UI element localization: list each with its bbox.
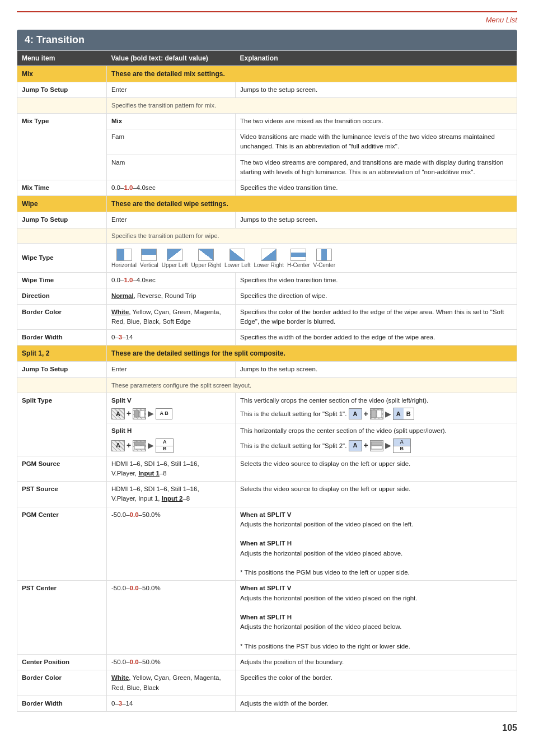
cell-explanation: Video transitions are made with the lumi… (236, 129, 517, 155)
split-v-ex-a: A (349, 408, 362, 419)
split-h-diagram: A + ▶ A B (111, 438, 174, 453)
cell-menu: Mix (17, 66, 107, 82)
cell-desc: These are the detailed mix settings. (107, 66, 517, 82)
wipe-item-horizontal: Horizontal (111, 249, 137, 269)
wipe-icon-upper-left (167, 249, 182, 261)
cell-menu: PGM Center (17, 507, 107, 581)
svg-rect-0 (134, 410, 139, 417)
split-h-a-box: A (111, 440, 125, 451)
table-row: Wipe Time 0.0–1.0–4.0sec Specifies the v… (17, 273, 517, 288)
wipe-item-vertical: Vertical (140, 249, 158, 269)
cell-value: Mix (107, 113, 236, 129)
arrow-right-icon: ▶ (148, 408, 154, 419)
split-h-label: Split H (111, 426, 231, 436)
wipe-item-lower-right: Lower Right (254, 249, 284, 269)
split-h-b-icon (133, 441, 146, 450)
svg-rect-4 (134, 442, 144, 445)
plus-icon2: + (364, 408, 368, 420)
cell-menu: Jump To Setup (17, 82, 107, 98)
cell-explanation: Jumps to the setup screen. (236, 362, 517, 377)
wipe-icons-container: Horizontal Vertical Upper Left Upper Rig… (111, 249, 512, 269)
cell-value: 0–3–14 (107, 330, 236, 346)
cell-explanation: Adjusts the width of the border. (236, 696, 517, 711)
cell-explanation: Jumps to the setup screen. (236, 82, 517, 98)
cell-value: Enter (107, 362, 236, 377)
page-number: 105 (17, 723, 517, 733)
table-row: Border Width 0–3–14 Adjusts the width of… (17, 696, 517, 711)
wipe-label-lower-left: Lower Left (224, 261, 251, 269)
section-title: 4: Transition (17, 30, 517, 50)
split-h-b-box (133, 440, 146, 451)
wipe-icon-lower-left (229, 249, 245, 261)
arrow-right4-icon: ▶ (385, 440, 391, 451)
cell-value: -50.0–0.0–50.0% (107, 581, 236, 655)
table-row: Mix These are the detailed mix settings. (17, 66, 517, 82)
cell-explanation-pst-center: When at SPLIT V Adjusts the horizontal p… (236, 581, 517, 655)
cell-menu: Direction (17, 288, 107, 304)
table-row: Center Position -50.0–0.0–50.0% Adjusts … (17, 655, 517, 670)
cell-explanation: Specifies the width of the border added … (236, 330, 517, 346)
cell-menu: Split Type (17, 393, 107, 456)
cell-explanation: Selects the video source to display on t… (236, 482, 517, 507)
pgm-note: * This positions the PGM bus video to th… (240, 568, 512, 577)
split-h-example-diagram: A + ▶ A B (349, 438, 411, 453)
result-b: B (404, 408, 414, 419)
table-row: Border Color White, Yellow, Cyan, Green,… (17, 670, 517, 696)
split-h-result: A B (156, 438, 174, 453)
cell-value: 0–3–14 (107, 696, 236, 711)
table-row: Specifies the transition pattern for mix… (17, 98, 517, 114)
cell-desc: Specifies the transition pattern for wip… (107, 228, 517, 244)
page-header: Menu List (17, 16, 517, 24)
split-h-result-a: A (156, 439, 173, 446)
table-row: PGM Source HDMI 1–6, SDI 1–6, Still 1–16… (17, 456, 517, 482)
cell-value: Fam (107, 129, 236, 155)
result2-b: B (394, 446, 410, 452)
result-a: A (394, 408, 404, 419)
cell-value-split-v: Split V A + ▶ A B (107, 393, 236, 423)
cell-value: Nam (107, 155, 236, 180)
cell-explanation: The two videos are mixed as the transiti… (236, 113, 517, 129)
table-row: Mix Time 0.0–1.0–4.0sec Specifies the vi… (17, 180, 517, 196)
svg-rect-6 (371, 442, 382, 445)
table-row: PST Source HDMI 1–6, SDI 1–6, Still 1–16… (17, 482, 517, 507)
cell-value: HDMI 1–6, SDI 1–6, Still 1–16,V.Player, … (107, 482, 236, 507)
cell-menu: Split 1, 2 (17, 346, 107, 362)
cell-desc: Specifies the transition pattern for mix… (107, 98, 517, 114)
cell-value: Enter (107, 82, 236, 98)
cell-menu: Center Position (17, 655, 107, 670)
col-header-value: Value (bold text: default value) (107, 51, 236, 66)
cell-menu: Border Color (17, 304, 107, 330)
split-h-b2-icon (371, 441, 383, 450)
cell-menu: Jump To Setup (17, 212, 107, 228)
cell-value: HDMI 1–6, SDI 1–6, Still 1–16,V.Player, … (107, 456, 236, 482)
split-h-ex-b (370, 440, 383, 451)
cell-explanation-split-h: This horizontally crops the center secti… (236, 423, 517, 456)
split-h-result-b: B (156, 446, 173, 452)
table-row: Jump To Setup Enter Jumps to the setup s… (17, 82, 517, 98)
svg-rect-1 (140, 410, 144, 417)
cell-menu: Mix Time (17, 180, 107, 196)
pgm-when-v: When at SPLIT V (240, 510, 512, 520)
cell-value: White, Yellow, Cyan, Green, Magenta, Red… (107, 304, 236, 330)
split-v-label: Split V (111, 396, 231, 405)
pst-desc-h: Adjusts the horizontal position of the v… (240, 622, 512, 632)
cell-desc: These parameters configure the split scr… (107, 377, 517, 393)
cell-value: White, Yellow, Cyan, Green, Magenta, Red… (107, 670, 236, 696)
cell-explanation: Specifies the color of the border added … (236, 304, 517, 330)
cell-value-split-h: Split H A + ▶ A B (107, 423, 236, 456)
table-row: PST Center -50.0–0.0–50.0% When at SPLIT… (17, 581, 517, 655)
cell-wipe-icons: Horizontal Vertical Upper Left Upper Rig… (107, 244, 517, 273)
wipe-icon-horizontal (116, 249, 132, 261)
cell-menu: Wipe Time (17, 273, 107, 288)
cell-value: Normal, Reverse, Round Trip (107, 288, 236, 304)
split-v-a-box: A (111, 408, 125, 419)
table-row: Split Type Split V A + ▶ A B (17, 393, 517, 423)
cell-menu: Border Width (17, 696, 107, 711)
cell-menu: PST Center (17, 581, 107, 655)
wipe-item-v-center: V-Center (313, 249, 335, 269)
table-row: Split 1, 2 These are the detailed settin… (17, 346, 517, 362)
split-v-b-icon (133, 409, 146, 418)
wipe-item-h-center: H-Center (287, 249, 310, 269)
wipe-item-upper-right: Upper Right (191, 249, 221, 269)
wipe-item-upper-left: Upper Left (162, 249, 188, 269)
